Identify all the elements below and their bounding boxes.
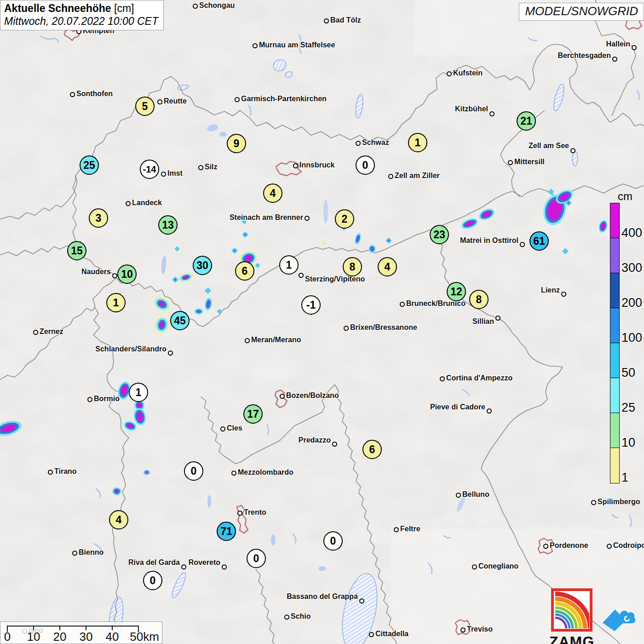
legend-tick-label: 400 bbox=[621, 227, 642, 239]
scale-bar: 01020304050km bbox=[0, 621, 162, 644]
legend-color-band-10 bbox=[610, 413, 619, 448]
legend-tick-label: 200 bbox=[621, 297, 642, 309]
legend-color-band-400 bbox=[610, 203, 619, 238]
scale-bar-label: 50km bbox=[130, 630, 159, 644]
legend-tick-label: 10 bbox=[621, 437, 635, 449]
model-label: MODEL/SNOWGRID bbox=[519, 3, 644, 21]
map-datetime: Mittwoch, 20.07.2022 10:00 CET bbox=[4, 15, 159, 28]
title-box: Aktuelle Schneehöhe [cm] Mittwoch, 20.07… bbox=[0, 0, 164, 30]
legend-color-band-25 bbox=[610, 378, 619, 413]
legend-color-band-300 bbox=[610, 238, 619, 273]
scale-bar-label: 10 bbox=[27, 630, 40, 644]
legend-color-band-1 bbox=[610, 448, 619, 483]
legend-color-band-200 bbox=[610, 273, 619, 308]
legend: cm 4003002001005025101 bbox=[610, 203, 620, 483]
scale-bar-label: 0 bbox=[4, 630, 11, 644]
legend-color-band-50 bbox=[610, 343, 619, 378]
legend-color-band-100 bbox=[610, 308, 619, 343]
scale-bar-label: 40 bbox=[106, 630, 119, 644]
legend-tick-label: 25 bbox=[621, 402, 635, 414]
scale-bar-label: 20 bbox=[53, 630, 67, 644]
legend-color-bar bbox=[610, 203, 620, 483]
zamg-logo-text: ZAMG bbox=[548, 633, 595, 644]
weather-cloud-mountain-icon bbox=[599, 602, 638, 634]
legend-tick-label: 300 bbox=[621, 262, 642, 274]
legend-tick-label: 1 bbox=[621, 472, 628, 484]
snowgrid-map: SchongauBad TölzKemptenMurnau am Staffel… bbox=[0, 0, 644, 644]
scale-bar-line bbox=[7, 626, 138, 627]
legend-unit-label: cm bbox=[618, 190, 632, 203]
zamg-logo-icon bbox=[550, 587, 594, 632]
legend-tick-label: 50 bbox=[621, 367, 635, 379]
map-title: Aktuelle Schneehöhe [cm] bbox=[4, 2, 159, 15]
map-canvas bbox=[0, 0, 644, 644]
zamg-logo: ZAMG bbox=[548, 587, 595, 644]
scale-bar-label: 30 bbox=[80, 630, 93, 644]
map-title-unit: [cm] bbox=[114, 2, 134, 14]
legend-tick-label: 100 bbox=[621, 332, 642, 344]
terrain-layer bbox=[0, 0, 644, 644]
